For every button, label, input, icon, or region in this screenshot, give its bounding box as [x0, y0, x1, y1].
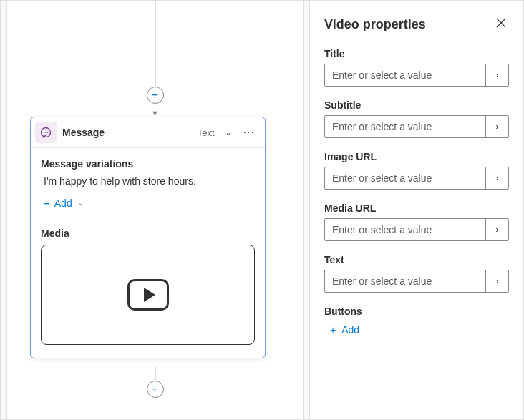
add-variation-button[interactable]: + Add ⌄ — [41, 195, 87, 210]
text-picker-button[interactable]: › — [485, 270, 508, 292]
field-label: Image URL — [324, 151, 509, 162]
add-node-button[interactable]: + — [147, 381, 164, 398]
card-header: Message Text ⌄ ··· — [31, 117, 265, 148]
plus-icon: + — [152, 89, 158, 102]
title-input-combo: › — [324, 64, 509, 87]
variations-label: Message variations — [41, 158, 255, 170]
add-node-button[interactable]: + — [147, 87, 164, 104]
video-icon — [127, 279, 169, 311]
field-label: Buttons — [324, 306, 509, 317]
subtitle-input[interactable] — [325, 116, 485, 137]
canvas-inner: + ▼ Message Text ⌄ ··· — [6, 1, 304, 419]
media-url-input-combo: › — [324, 218, 509, 241]
field-label: Subtitle — [324, 99, 509, 111]
card-body: Message variations I'm happy to help wit… — [31, 148, 265, 358]
add-label: Add — [54, 197, 72, 209]
plus-icon: + — [44, 197, 50, 209]
svg-point-3 — [47, 132, 49, 133]
card-title: Message — [62, 127, 192, 138]
text-input[interactable] — [325, 270, 485, 292]
more-menu-button[interactable]: ··· — [241, 125, 258, 140]
field-media-url: Media URL › — [324, 202, 509, 241]
image-url-picker-button[interactable]: › — [485, 167, 508, 189]
svg-point-1 — [44, 132, 45, 133]
authoring-canvas: + ▼ Message Text ⌄ ··· — [0, 0, 309, 420]
add-button[interactable]: + Add — [324, 324, 359, 336]
close-button[interactable] — [493, 15, 509, 34]
image-url-input-combo: › — [324, 167, 509, 190]
connector-line — [155, 1, 155, 88]
chevron-down-icon: ⌄ — [78, 199, 84, 207]
properties-panel: Video properties Title › Subtitle › Imag… — [309, 0, 524, 420]
media-label: Media — [41, 228, 255, 239]
field-buttons: Buttons + Add — [324, 306, 509, 336]
subtitle-picker-button[interactable]: › — [485, 116, 508, 137]
media-url-input[interactable] — [325, 219, 485, 240]
svg-point-2 — [45, 132, 47, 133]
title-input[interactable] — [325, 64, 485, 86]
field-image-url: Image URL › — [324, 151, 509, 190]
media-url-picker-button[interactable]: › — [485, 219, 508, 240]
message-icon — [35, 122, 57, 143]
field-title: Title › — [324, 48, 509, 87]
image-url-input[interactable] — [325, 167, 485, 189]
title-picker-button[interactable]: › — [485, 64, 508, 86]
subtitle-input-combo: › — [324, 115, 509, 138]
plus-icon: + — [152, 383, 158, 396]
panel-header: Video properties — [324, 15, 509, 34]
panel-title: Video properties — [324, 17, 426, 32]
media-preview[interactable] — [41, 245, 255, 345]
field-subtitle: Subtitle › — [324, 99, 509, 138]
plus-icon: + — [330, 324, 336, 336]
message-card[interactable]: Message Text ⌄ ··· Message variations I'… — [30, 117, 266, 358]
text-input-combo: › — [324, 270, 509, 293]
play-icon — [144, 288, 155, 302]
variation-text[interactable]: I'm happy to help with store hours. — [41, 175, 255, 187]
card-type-label: Text — [198, 127, 215, 138]
field-text: Text › — [324, 254, 509, 293]
field-label: Title — [324, 48, 509, 59]
field-label: Text — [324, 254, 509, 265]
field-label: Media URL — [324, 202, 509, 214]
add-label: Add — [341, 324, 359, 336]
chevron-down-icon[interactable]: ⌄ — [222, 126, 235, 139]
